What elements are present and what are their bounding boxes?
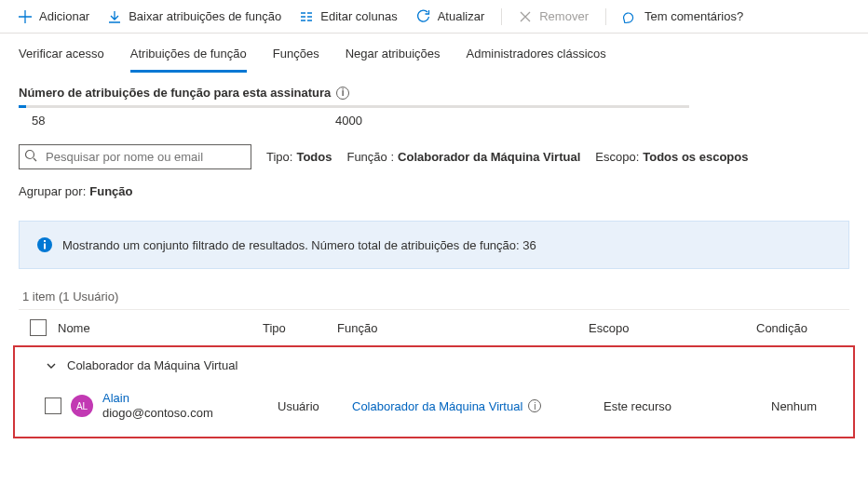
col-scope[interactable]: Escopo [589, 321, 756, 335]
select-all-checkbox[interactable] [30, 319, 47, 336]
refresh-label: Atualizar [438, 9, 485, 23]
row-condition: Nenhum [771, 399, 868, 413]
filter-groupby-key: Agrupar por: [19, 184, 86, 198]
row-role-text: Colaborador da Máquina Virtual [352, 399, 522, 413]
search-input[interactable] [19, 144, 251, 169]
command-toolbar: Adicionar Baixar atribuições de função E… [0, 0, 868, 34]
filter-scope[interactable]: Escopo: Todos os escopos [595, 150, 748, 164]
refresh-icon [416, 9, 430, 23]
stats-bar [19, 105, 689, 108]
edit-columns-button[interactable]: Editar colunas [292, 6, 404, 27]
result-count: 1 item (1 Usuário) [0, 269, 868, 309]
row-type: Usuário [278, 399, 352, 413]
tab-classic-admins[interactable]: Administradores clássicos [467, 47, 606, 73]
col-role[interactable]: Função [337, 321, 589, 335]
user-email: diogo@contoso.com [102, 406, 213, 421]
notice-text: Mostrando um conjunto filtrado de result… [62, 238, 536, 252]
stats-section: Número de atribuições de função para est… [0, 73, 868, 128]
info-icon [36, 236, 53, 253]
svg-rect-3 [44, 240, 46, 242]
stats-values: 58 4000 [19, 114, 689, 128]
download-button[interactable]: Baixar atribuições de função [101, 6, 289, 27]
filter-scope-value: Todos os escopos [643, 150, 748, 164]
filter-groupby-value: Função [89, 184, 132, 198]
col-name[interactable]: Nome [58, 321, 90, 335]
filter-type-value: Todos [296, 150, 332, 164]
remove-label: Remover [539, 9, 589, 23]
tab-role-assignments[interactable]: Atribuições de função [130, 47, 247, 73]
tab-roles[interactable]: Funções [273, 47, 319, 73]
stats-label-text: Número de atribuições de função para est… [19, 86, 331, 100]
svg-rect-2 [44, 244, 46, 249]
tab-bar: Verificar acesso Atribuições de função F… [0, 34, 868, 73]
feedback-label: Tem comentários? [644, 9, 743, 23]
group-row[interactable]: Colaborador da Máquina Virtual [34, 347, 834, 384]
filter-type[interactable]: Tipo: Todos [266, 150, 332, 164]
separator [501, 8, 502, 25]
filter-role[interactable]: Função : Colaborador da Máquina Virtual [346, 150, 580, 164]
table-row[interactable]: AL Alain diogo@contoso.com Usuário Colab… [34, 384, 834, 429]
stats-bar-fill [19, 105, 26, 108]
row-checkbox[interactable] [45, 397, 61, 414]
col-type[interactable]: Tipo [263, 321, 337, 335]
avatar: AL [71, 395, 93, 417]
add-button[interactable]: Adicionar [11, 6, 97, 27]
group-title: Colaborador da Máquina Virtual [67, 358, 237, 372]
stats-used: 58 [19, 114, 335, 128]
chevron-down-icon [45, 359, 58, 372]
grid: Nome Tipo Função Escopo Condição [0, 309, 868, 345]
download-icon [108, 10, 121, 23]
feedback-icon [623, 9, 637, 23]
row-role-link[interactable]: Colaborador da Máquina Virtual i [352, 399, 541, 413]
filter-type-key: Tipo: [266, 150, 292, 164]
search-icon [24, 149, 37, 162]
filter-bar: Tipo: Todos Função : Colaborador da Máqu… [0, 128, 868, 198]
remove-icon [519, 10, 532, 23]
tab-deny-assignments[interactable]: Negar atribuições [346, 47, 441, 73]
download-label: Baixar atribuições de função [129, 9, 281, 23]
col-condition[interactable]: Condição [756, 321, 868, 335]
add-label: Adicionar [39, 9, 89, 23]
filter-scope-key: Escopo: [595, 150, 639, 164]
search-wrap [19, 144, 251, 169]
highlighted-results: Colaborador da Máquina Virtual AL Alain … [13, 345, 855, 438]
row-scope: Este recurso [604, 399, 771, 413]
info-icon[interactable]: i [528, 399, 541, 412]
remove-button: Remover [511, 6, 596, 27]
stats-label: Número de atribuições de função para est… [19, 86, 849, 100]
columns-icon [300, 10, 313, 23]
feedback-button[interactable]: Tem comentários? [616, 6, 751, 27]
tab-check-access[interactable]: Verificar acesso [19, 47, 104, 73]
grid-header: Nome Tipo Função Escopo Condição [19, 309, 849, 345]
filter-role-value: Colaborador da Máquina Virtual [398, 150, 580, 164]
svg-point-0 [26, 151, 34, 159]
info-icon[interactable]: i [336, 87, 349, 100]
refresh-button[interactable]: Atualizar [409, 6, 493, 27]
filter-groupby[interactable]: Agrupar por: Função [19, 184, 133, 198]
filter-role-key: Função : [346, 150, 394, 164]
user-name-link[interactable]: Alain [102, 391, 213, 406]
stats-total: 4000 [335, 114, 362, 128]
columns-label: Editar colunas [320, 9, 397, 23]
separator [605, 8, 606, 25]
info-notice: Mostrando um conjunto filtrado de result… [19, 221, 849, 269]
plus-icon [19, 10, 32, 23]
